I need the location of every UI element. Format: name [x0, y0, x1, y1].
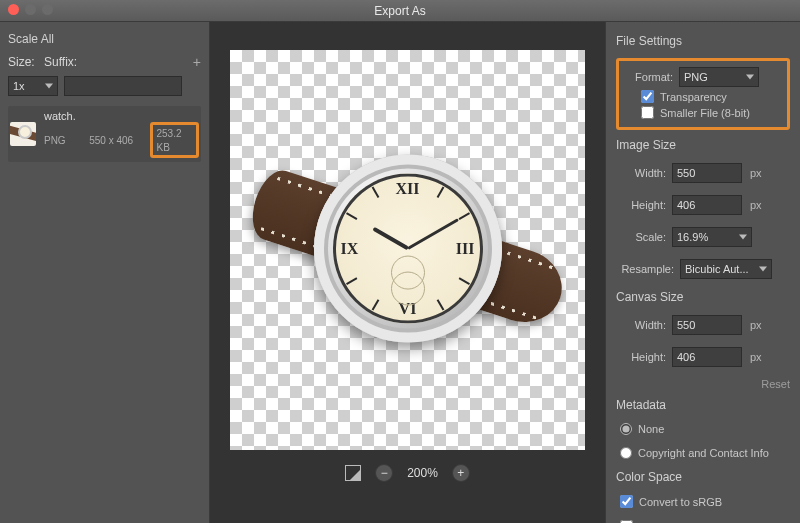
reset-button[interactable]: Reset	[616, 378, 790, 390]
file-settings-label: File Settings	[616, 34, 790, 48]
color-space-label: Color Space	[616, 470, 790, 484]
asset-name: watch.	[44, 110, 199, 122]
px-unit: px	[750, 319, 762, 331]
srgb-checkbox[interactable]	[620, 495, 633, 508]
minimize-window-button[interactable]	[25, 4, 36, 15]
canvas-width-input[interactable]	[672, 315, 742, 335]
suffix-input[interactable]	[64, 76, 182, 96]
transparency-checkbox[interactable]	[641, 90, 654, 103]
metadata-label: Metadata	[616, 398, 790, 412]
size-select[interactable]: 1x	[8, 76, 58, 96]
window-title: Export As	[374, 4, 425, 18]
canvas-height-label: Height:	[616, 351, 666, 363]
px-unit: px	[750, 199, 762, 211]
size-label: Size:	[8, 55, 38, 69]
titlebar: Export As	[0, 0, 800, 22]
resample-select[interactable]: Bicubic Aut...	[680, 259, 772, 279]
close-window-button[interactable]	[8, 4, 19, 15]
canvas-height-input[interactable]	[672, 347, 742, 367]
width-input[interactable]	[672, 163, 742, 183]
canvas-size-label: Canvas Size	[616, 290, 790, 304]
metadata-none-label: None	[638, 423, 664, 435]
zoom-out-button[interactable]: −	[375, 464, 393, 482]
resample-label: Resample:	[616, 263, 674, 275]
window-controls	[8, 4, 53, 15]
preview-image: XII III VI IX	[248, 213, 568, 285]
smaller-file-label: Smaller File (8-bit)	[660, 107, 750, 119]
scale-all-label: Scale All	[8, 32, 201, 46]
preview-panel: XII III VI IX	[210, 22, 605, 523]
add-size-button[interactable]: +	[193, 54, 201, 70]
zoom-window-button[interactable]	[42, 4, 53, 15]
srgb-label: Convert to sRGB	[639, 496, 722, 508]
canvas-width-label: Width:	[616, 319, 666, 331]
height-label: Height:	[616, 199, 666, 211]
smaller-file-checkbox[interactable]	[641, 106, 654, 119]
scale-select[interactable]: 16.9%	[672, 227, 752, 247]
fit-screen-icon[interactable]	[345, 465, 361, 481]
transparency-label: Transparency	[660, 91, 727, 103]
scale-panel: Scale All Size: Suffix: + 1x watch. PNG …	[0, 22, 210, 523]
zoom-in-button[interactable]: +	[452, 464, 470, 482]
asset-thumbnail	[10, 122, 36, 146]
height-input[interactable]	[672, 195, 742, 215]
scale-label: Scale:	[616, 231, 666, 243]
preview-canvas[interactable]: XII III VI IX	[230, 50, 585, 450]
metadata-cc-label: Copyright and Contact Info	[638, 447, 769, 459]
px-unit: px	[750, 351, 762, 363]
settings-panel: File Settings Format: PNG Transparency S…	[605, 22, 800, 523]
width-label: Width:	[616, 167, 666, 179]
suffix-label: Suffix:	[44, 55, 80, 69]
asset-dimensions: 550 x 406	[89, 135, 142, 146]
format-select[interactable]: PNG	[679, 67, 759, 87]
asset-row[interactable]: watch. PNG 550 x 406 253.2 KB	[8, 106, 201, 162]
format-label: Format:	[623, 71, 673, 83]
zoom-toolbar: − 200% +	[345, 464, 470, 482]
asset-filesize: 253.2 KB	[156, 128, 181, 153]
asset-format: PNG	[44, 135, 81, 146]
px-unit: px	[750, 167, 762, 179]
format-highlight: Format: PNG Transparency Smaller File (8…	[616, 58, 790, 130]
zoom-level: 200%	[407, 466, 438, 480]
metadata-none-radio[interactable]	[620, 423, 632, 435]
metadata-cc-radio[interactable]	[620, 447, 632, 459]
image-size-label: Image Size	[616, 138, 790, 152]
